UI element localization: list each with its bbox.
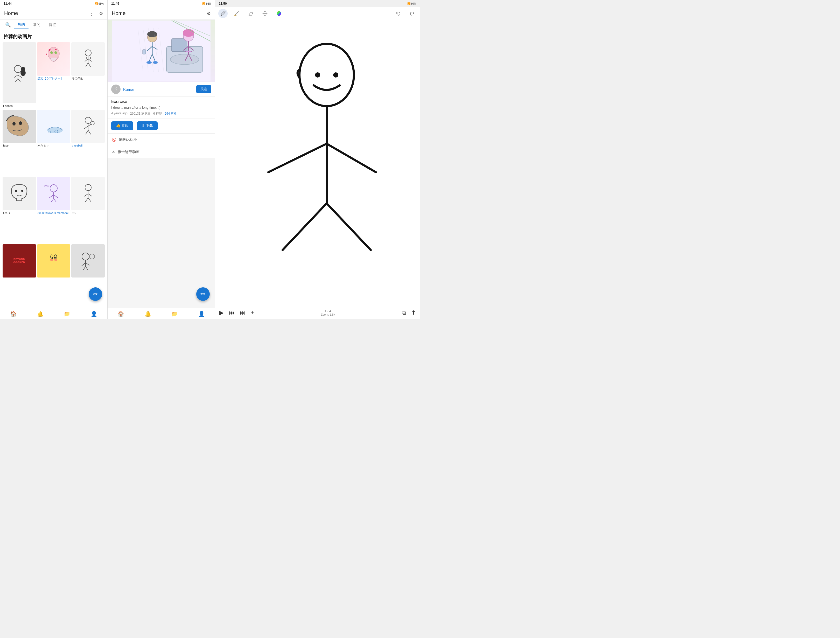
eraser-tool[interactable] <box>246 9 256 18</box>
author-row: K Kumar 关注 <box>107 82 215 97</box>
svg-line-92 <box>224 12 224 13</box>
manga-item-mizu[interactable]: 水たまり <box>37 110 71 176</box>
block-manga-label: 屏蔽此动漫 <box>119 138 137 142</box>
pencil-tool[interactable] <box>218 9 227 18</box>
author-name[interactable]: Kumar <box>123 87 194 92</box>
nav-bell-2[interactable]: 🔔 <box>134 310 161 318</box>
copy-button[interactable]: ⧉ <box>402 309 406 316</box>
svg-line-40 <box>54 199 56 202</box>
settings-icon-1[interactable]: ⚙ <box>99 11 103 16</box>
manga-item-beyond[interactable]: BEYONDCOOKED <box>3 244 36 307</box>
like-button[interactable]: 👍 喜欢 <box>111 121 133 130</box>
svg-point-93 <box>234 14 237 16</box>
nav-profile-1[interactable]: 👤 <box>81 310 107 318</box>
move-tool[interactable] <box>260 9 270 18</box>
app-title-1: Home <box>4 10 89 16</box>
svg-line-3 <box>18 75 22 78</box>
manga-item-friends[interactable]: Friends <box>3 42 36 109</box>
forward-button[interactable]: ⏭ <box>240 309 246 316</box>
exercise-illustration <box>112 21 210 81</box>
manga-item-3000followers[interactable]: 3000 3000 followers memorial <box>37 177 71 243</box>
manga-label-naka2: 中2 <box>71 211 105 215</box>
bottom-nav-2: 🏠 🔔 📁 👤 <box>107 308 215 319</box>
settings-icon-2[interactable]: ⚙ <box>207 11 211 16</box>
nav-folder-1[interactable]: 📁 <box>54 310 81 318</box>
tabs-1: 🔍 热的 新的 特征 <box>0 20 107 30</box>
svg-point-9 <box>50 51 53 54</box>
time-1: 11:44 <box>4 2 12 5</box>
brush-tool[interactable] <box>232 9 242 18</box>
tab-featured[interactable]: 特征 <box>45 21 60 29</box>
svg-marker-94 <box>249 13 253 15</box>
fab-2[interactable]: ✏ <box>196 287 210 301</box>
svg-line-4 <box>15 79 18 82</box>
color-picker-tool[interactable] <box>274 9 284 18</box>
nav-profile-2[interactable]: 👤 <box>188 310 215 318</box>
svg-line-104 <box>268 144 327 172</box>
undo-tool[interactable] <box>393 9 403 18</box>
svg-line-59 <box>85 263 90 265</box>
status-icons-1: 📶 95% <box>95 2 104 5</box>
manga-item-love-letter[interactable]: ♥ ♥ ♥ 恋文【ラブレター】 <box>37 42 71 109</box>
svg-point-35 <box>50 185 57 192</box>
manga-item-baseball[interactable]: baseball <box>71 110 105 176</box>
svg-line-28 <box>84 126 88 129</box>
block-manga-item[interactable]: 🚫 屏蔽此动漫 <box>107 134 215 146</box>
upload-button[interactable]: ⬆ <box>411 309 416 316</box>
svg-point-10 <box>54 51 57 54</box>
nav-home-1[interactable]: 🏠 <box>0 310 27 318</box>
status-bar-1: 11:44 📶 95% <box>0 0 107 7</box>
svg-point-52 <box>52 257 53 258</box>
app-bar-2: Home ⋮ ⚙ <box>107 7 215 20</box>
redo-tool[interactable] <box>407 9 417 18</box>
download-button[interactable]: ⬇ 下载 <box>137 121 158 130</box>
svg-point-26 <box>85 117 91 123</box>
svg-point-55 <box>54 259 57 261</box>
svg-line-45 <box>88 194 92 196</box>
manga-item-naka2[interactable]: 中2 <box>71 177 105 243</box>
manga-item-face[interactable]: face <box>3 110 36 176</box>
nav-bell-1[interactable]: 🔔 <box>27 310 54 318</box>
rewind-button[interactable]: ⏮ <box>229 309 235 316</box>
svg-point-14 <box>85 50 91 56</box>
follow-button[interactable]: 关注 <box>196 85 211 93</box>
search-icon-1[interactable]: 🔍 <box>3 21 13 29</box>
manga-grid-1: Friends ♥ ♥ ♥ 恋文【ラブレター】 <box>0 41 107 308</box>
svg-point-84 <box>153 61 158 64</box>
report-manga-item[interactable]: ⚠ 报告这部动画 <box>107 146 215 158</box>
play-button[interactable]: ▶ <box>219 309 224 316</box>
svg-point-96 <box>276 11 281 16</box>
manga-item-winter[interactable]: 冬の気配 <box>71 42 105 109</box>
drawing-toolbar <box>215 7 420 20</box>
svg-point-22 <box>19 121 22 125</box>
add-frame-button[interactable]: + <box>251 309 254 316</box>
nav-home-2[interactable]: 🏠 <box>107 310 134 318</box>
action-row: 👍 喜欢 ⬇ 下载 <box>107 119 215 133</box>
nav-folder-2[interactable]: 📁 <box>161 310 188 318</box>
author-avatar: K <box>111 85 120 94</box>
svg-point-62 <box>90 254 95 259</box>
tab-new[interactable]: 新的 <box>30 21 44 29</box>
share-icon-1[interactable]: ⋮ <box>89 11 94 16</box>
extra-actions: 🚫 屏蔽此动漫 ⚠ 报告这部动画 <box>107 133 215 158</box>
svg-line-61 <box>85 266 88 270</box>
manga-item-omega[interactable]: (·ω·`) <box>3 177 36 243</box>
svg-line-106 <box>283 203 327 250</box>
svg-point-7 <box>21 67 25 71</box>
share-icon-2[interactable]: ⋮ <box>197 11 201 16</box>
svg-text:♥: ♥ <box>49 48 51 52</box>
tab-hot[interactable]: 热的 <box>14 21 28 29</box>
svg-point-0 <box>14 65 22 73</box>
manga-label-friends: Friends <box>3 103 36 108</box>
drawing-canvas[interactable] <box>215 20 420 306</box>
fab-1[interactable]: ✏ <box>88 287 102 301</box>
zoom-info: Zoom: 1.5x <box>259 313 397 316</box>
content-scroll-2: K Kumar 关注 Exercise I drew a man after a… <box>107 20 215 308</box>
report-manga-label: 报告这部动画 <box>118 150 139 154</box>
svg-text:♥: ♥ <box>55 48 57 51</box>
svg-point-32 <box>91 121 95 125</box>
svg-line-107 <box>327 203 371 250</box>
panel-2: 11:45 📶 95% Home ⋮ ⚙ <box>107 0 215 319</box>
svg-line-2 <box>14 75 18 78</box>
manga-item-pika[interactable] <box>37 244 71 307</box>
